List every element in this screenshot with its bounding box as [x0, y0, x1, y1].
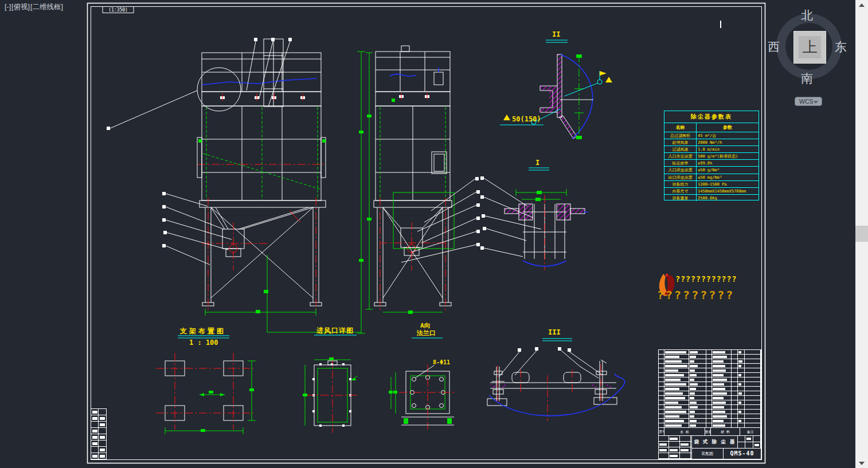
parts-list-cell [732, 364, 738, 368]
parts-list-cell [706, 387, 712, 391]
parts-list-cell [659, 382, 664, 386]
parts-list-row [659, 382, 761, 387]
parts-list-cell [659, 387, 664, 391]
viewcube-top[interactable]: 上 [793, 31, 826, 64]
parts-list-cell [659, 373, 664, 377]
parts-list-cell [745, 387, 761, 391]
parts-list-cell [659, 423, 664, 427]
cad-window: (1:350) [0, 0, 868, 468]
parts-list-cell [689, 364, 706, 368]
drawing-number: QMS-40 [724, 449, 761, 459]
parameter-label: 外形尺寸 [664, 188, 697, 194]
parts-list-cell [706, 400, 712, 404]
front-view [107, 38, 365, 333]
scrollbar-thumb[interactable] [855, 226, 868, 242]
parts-list-cell [738, 419, 745, 423]
tube-sheet-bolts [220, 93, 305, 101]
parts-list-cell [664, 350, 689, 354]
revision-row [91, 441, 106, 447]
revision-cell [99, 447, 106, 453]
section-III-leaders [499, 347, 602, 378]
parts-list-cell [738, 377, 745, 382]
parts-list-cell [664, 373, 689, 377]
wcs-button[interactable]: WCS [795, 97, 822, 106]
parts-list-cell [745, 391, 761, 395]
viewport-view-control[interactable]: [俯视] [11, 3, 30, 11]
parts-list-cell [738, 391, 745, 395]
parameter-table-title: 除尘器参数表 [664, 111, 758, 123]
detail-circle [197, 68, 241, 111]
parts-list-cell [706, 410, 712, 414]
parts-list-cell [745, 382, 761, 386]
bolt-note: 8-Φ11 [433, 359, 450, 365]
parts-list-cell [664, 423, 689, 427]
parameter-row: 入口含尘浓度500 g/m³(标准状态) [664, 152, 758, 159]
parts-list-cell [659, 377, 664, 382]
revision-cell [99, 434, 106, 440]
watermark-text-bottom: ????????? [657, 288, 734, 302]
parts-list-cell [664, 396, 689, 400]
parts-list-cell [738, 373, 745, 377]
parameter-label: 入口含尘浓度 [664, 153, 697, 159]
parts-list-cell [689, 405, 706, 409]
parameter-value: 500 g/m³(标准状态) [697, 153, 758, 159]
revision-row [91, 447, 106, 453]
viewport-visual-style-control[interactable]: [二维线框] [30, 3, 63, 11]
parts-list-row [659, 355, 761, 359]
scroll-down-button[interactable] [855, 458, 868, 468]
scale-weight-cell [753, 436, 761, 442]
revision-cell [99, 422, 106, 427]
parts-list-cell [738, 414, 745, 418]
parts-list-cell [745, 396, 761, 400]
revision-cell [91, 422, 99, 427]
parts-list-cell [738, 350, 745, 354]
parts-list-cell [732, 368, 738, 372]
parts-list-cell [664, 382, 689, 386]
scale-weight-cell [745, 442, 753, 449]
detail-I-label: I [535, 159, 539, 167]
parts-list-cell [706, 377, 712, 382]
revision-row [91, 422, 106, 428]
signature-block [659, 436, 692, 459]
side-leaders [401, 177, 480, 262]
parts-list-cell [664, 368, 689, 372]
parts-list-cell [745, 410, 761, 414]
revision-cell [99, 441, 106, 446]
parts-list-cell [732, 410, 738, 414]
parts-list-cell [712, 382, 732, 386]
parameter-table: 除尘器参数表 名称 参数 总过滤面积45 m²/台处理风量2000 Nm³/h过… [664, 111, 759, 200]
parameter-value: 2500.6Kg [697, 195, 758, 201]
revision-cell [91, 428, 99, 434]
parts-list-cell [659, 414, 664, 418]
parts-list-cell [732, 359, 738, 363]
chevron-down-icon [814, 101, 818, 104]
compass-west[interactable]: 西 [768, 39, 780, 55]
signature-row [659, 442, 691, 447]
parts-list-cell [712, 391, 732, 395]
revision-row [91, 415, 106, 422]
compass-north[interactable]: 北 [801, 7, 813, 23]
parts-list-cell [664, 400, 689, 404]
parts-list-cell [738, 355, 745, 359]
parts-list-cell [706, 423, 712, 427]
parts-list-row [659, 387, 761, 391]
parameter-label: 过滤风速 [664, 146, 697, 152]
parameter-row: 总过滤面积45 m²/台 [664, 132, 758, 139]
compass-east[interactable]: 东 [835, 39, 847, 55]
parts-list-cell [732, 382, 738, 386]
revision-cell [91, 447, 99, 453]
parameter-label: 设备重量 [664, 195, 697, 201]
parts-list-cell [738, 368, 745, 372]
compass-south[interactable]: 南 [801, 70, 813, 86]
scroll-up-button[interactable] [855, 0, 868, 10]
parts-list-row [659, 414, 761, 419]
parts-list-cell [732, 419, 738, 423]
vertical-scrollbar[interactable] [855, 0, 868, 468]
viewport-menu-toggle[interactable]: [-] [5, 3, 11, 11]
revision-cell [99, 428, 106, 434]
viewport-controls[interactable]: [-][俯视][二维线框] [5, 2, 64, 12]
parts-list-cell [659, 359, 664, 363]
signature-cell [659, 447, 669, 453]
parameter-table-rows: 总过滤面积45 m²/台处理风量2000 Nm³/h过滤风速1.0 m/min入… [664, 132, 758, 201]
parts-list-cell [712, 355, 732, 359]
